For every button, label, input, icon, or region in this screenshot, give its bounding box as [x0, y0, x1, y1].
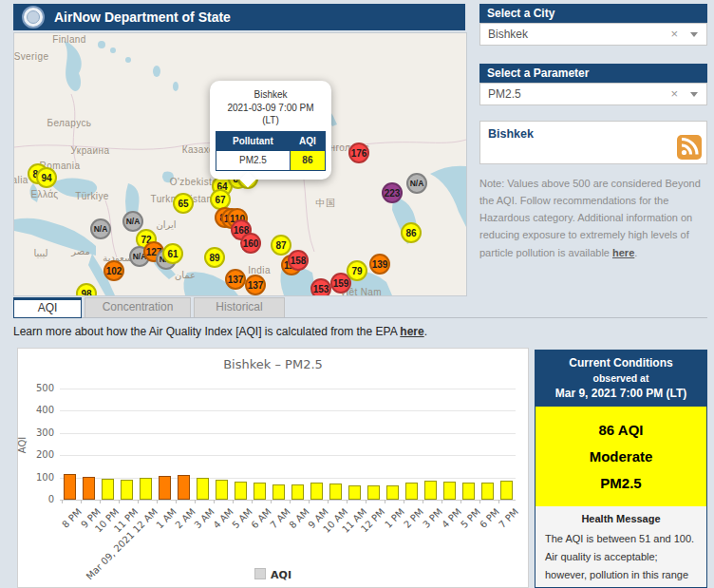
- aqi-marker[interactable]: 94: [36, 167, 57, 188]
- x-axis-label: 7 PM: [497, 506, 520, 530]
- parameter-clear-icon[interactable]: ×: [670, 84, 678, 104]
- bar[interactable]: [291, 484, 304, 500]
- y-axis-tick-label: 100: [18, 472, 54, 483]
- bar[interactable]: [83, 477, 95, 500]
- aqi-marker[interactable]: 86: [401, 222, 422, 243]
- x-axis-label: 6 AM: [249, 506, 272, 530]
- aqi-marker[interactable]: 158: [288, 250, 309, 271]
- popup-col-pollutant: Pollutant: [216, 131, 291, 151]
- bar[interactable]: [386, 485, 399, 500]
- map-label: Türkiye: [75, 191, 109, 201]
- parameter-select[interactable]: PM2.5 ×: [479, 83, 707, 105]
- aqi-marker[interactable]: 61: [162, 243, 183, 264]
- y-axis-tick-label: 300: [18, 427, 54, 438]
- gridline: [60, 478, 516, 479]
- bar[interactable]: [216, 480, 228, 500]
- city-clear-icon[interactable]: ×: [670, 24, 678, 45]
- chart-title: Bishkek – PM2.5: [18, 357, 528, 371]
- bar[interactable]: [424, 481, 437, 500]
- conditions-aqi: 86 AQI: [539, 417, 703, 444]
- bar[interactable]: [310, 483, 323, 500]
- aqi-marker[interactable]: 102: [103, 260, 124, 281]
- bar[interactable]: [272, 484, 285, 500]
- tab-concentration[interactable]: Concentration: [85, 297, 191, 317]
- x-axis-tick: [195, 500, 196, 503]
- bar[interactable]: [462, 483, 475, 500]
- bar[interactable]: [235, 482, 247, 500]
- popup-pollutant-value: PM2.5: [216, 151, 291, 171]
- bar[interactable]: [197, 478, 209, 500]
- x-axis-label: 1 AM: [154, 506, 178, 530]
- aqi-marker[interactable]: 137: [225, 269, 246, 290]
- map-label: Finland: [52, 34, 86, 45]
- bar[interactable]: [348, 485, 361, 500]
- popup-city: Bishkek: [216, 88, 326, 102]
- bar[interactable]: [159, 476, 171, 500]
- x-axis-tick: [214, 500, 215, 503]
- x-axis-tick: [423, 500, 423, 503]
- note-link[interactable]: here: [612, 247, 634, 258]
- map-label: Italia: [13, 175, 28, 185]
- bar[interactable]: [121, 480, 133, 500]
- rss-icon[interactable]: [677, 135, 702, 160]
- bar[interactable]: [500, 481, 513, 500]
- bar[interactable]: [254, 483, 266, 500]
- bar[interactable]: [329, 484, 342, 500]
- note-period: .: [634, 247, 637, 258]
- bar[interactable]: [178, 475, 190, 500]
- tab-historical[interactable]: Historical: [194, 297, 285, 317]
- conditions-header: Current Conditions observed at Mar 9, 20…: [536, 351, 706, 407]
- bar[interactable]: [140, 478, 152, 500]
- x-axis-label: 4 PM: [440, 506, 463, 530]
- aqi-marker[interactable]: N/A: [406, 173, 427, 194]
- feed-city: Bishkek: [488, 127, 534, 141]
- y-axis-tick-label: 500: [18, 383, 54, 393]
- bar[interactable]: [64, 474, 76, 500]
- map[interactable]: FinlandSverigeБеларусьУкраинаRomaniaКаза…: [13, 32, 467, 296]
- x-axis-tick: [460, 500, 461, 503]
- x-axis-label: 5 PM: [459, 506, 482, 530]
- aqi-marker[interactable]: N/A: [90, 218, 111, 239]
- learn-more-link[interactable]: here: [400, 325, 423, 338]
- city-caret-icon[interactable]: [690, 32, 698, 37]
- conditions-title: Current Conditions: [539, 356, 703, 370]
- x-axis-tick: [366, 500, 366, 503]
- bar[interactable]: [367, 485, 380, 500]
- bar[interactable]: [481, 483, 494, 500]
- chart-legend[interactable]: AQI: [18, 568, 528, 581]
- popup-aqi-value: 86: [290, 151, 325, 171]
- bar[interactable]: [443, 482, 456, 500]
- aqi-marker[interactable]: N/A: [122, 211, 143, 232]
- x-axis-label: 2 PM: [402, 506, 425, 530]
- x-axis-tick: [347, 500, 348, 503]
- x-axis-label: 6 PM: [478, 506, 501, 530]
- select-city-header: Select a City: [479, 4, 707, 23]
- x-axis-tick: [442, 500, 442, 503]
- popup-datetime: 2021-03-09 7:00 PM: [216, 102, 326, 115]
- conditions-pollutant: PM2.5: [539, 470, 703, 497]
- aqi-marker[interactable]: 89: [204, 247, 225, 268]
- legend-swatch: [254, 568, 266, 579]
- app-header: AirNow Department of State: [13, 4, 465, 30]
- aqi-marker[interactable]: 139: [369, 254, 390, 275]
- bar[interactable]: [102, 479, 114, 500]
- aqi-marker[interactable]: 79: [347, 260, 367, 281]
- aqi-marker[interactable]: 87: [271, 235, 291, 256]
- aqi-marker[interactable]: 176: [348, 142, 369, 163]
- tab-divider: [13, 317, 707, 318]
- aqi-marker[interactable]: 153: [310, 278, 331, 296]
- x-axis-label: 8 PM: [60, 506, 84, 530]
- tab-aqi[interactable]: AQI: [13, 297, 82, 318]
- note-body: Note: Values above 500 are considered Be…: [479, 178, 701, 258]
- x-axis-tick: [385, 500, 385, 503]
- aqi-marker[interactable]: 137: [245, 275, 266, 295]
- city-select[interactable]: Bishkek ×: [479, 23, 707, 46]
- conditions-observed: observed at: [539, 372, 703, 384]
- parameter-caret-icon[interactable]: [690, 92, 698, 97]
- bar[interactable]: [405, 483, 418, 500]
- aqi-marker[interactable]: 160: [240, 233, 261, 254]
- x-axis-tick: [252, 500, 253, 503]
- aqi-marker[interactable]: 65: [173, 193, 194, 214]
- aqi-marker[interactable]: 223: [382, 182, 403, 203]
- x-axis-tick: [157, 500, 158, 503]
